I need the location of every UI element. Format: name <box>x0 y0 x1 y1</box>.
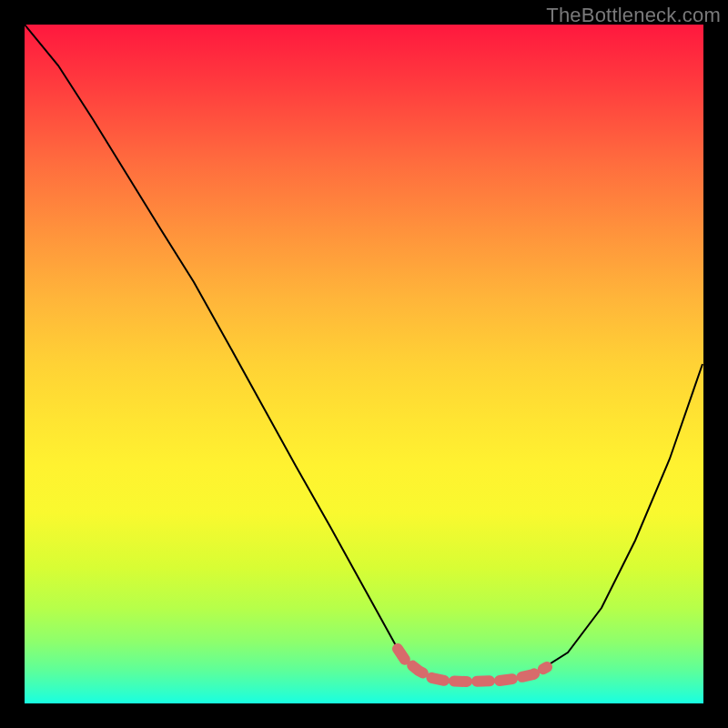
chart-svg <box>25 25 703 703</box>
chart-highlight-curve <box>398 649 547 682</box>
chart-main-curve <box>25 25 703 682</box>
watermark-text: TheBottleneck.com <box>546 4 721 27</box>
